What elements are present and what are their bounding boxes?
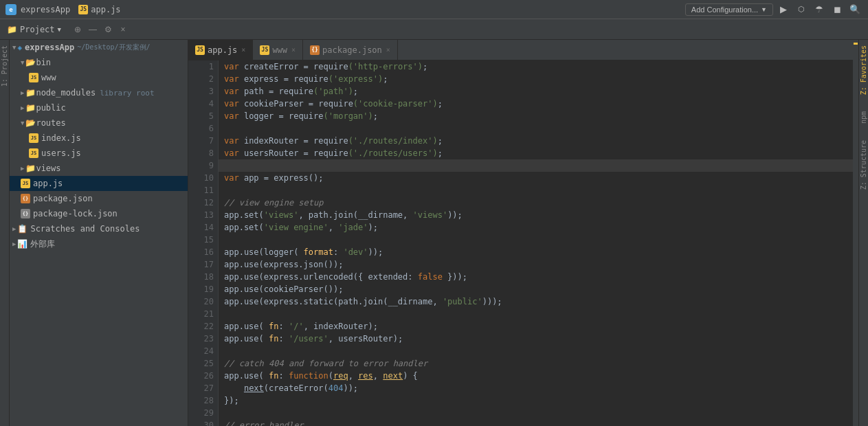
routes-folder-icon: 📂: [25, 118, 36, 128]
root-project-icon: ◈: [17, 43, 22, 52]
scratches-label: Scratches and Consoles: [30, 224, 140, 234]
tab-package-json-close[interactable]: ×: [386, 46, 390, 54]
package-lock-label: package-lock.json: [33, 209, 118, 218]
node-modules-label: node_modules: [36, 88, 96, 98]
ext-lib-chevron-icon: ▶: [12, 240, 16, 247]
sidebar-item-package-json[interactable]: {} package.json: [10, 191, 188, 206]
bin-label: bin: [36, 58, 51, 67]
coverage-button[interactable]: ☂: [812, 2, 827, 17]
tab-app-js-close[interactable]: ×: [241, 46, 245, 54]
routes-chevron-icon: ▼: [21, 120, 24, 126]
sidebar-item-public[interactable]: ▶ 📁 public: [10, 100, 188, 115]
sidebar-item-routes[interactable]: ▼ 📂 routes: [10, 115, 188, 131]
users-js-label: users.js: [41, 148, 81, 158]
title-file-name: app.js: [91, 5, 120, 14]
structure-tab[interactable]: Z: Structure: [858, 135, 868, 195]
sidebar-item-app-js[interactable]: JS app.js: [10, 176, 188, 191]
tab-www-close[interactable]: ×: [291, 46, 296, 54]
title-file-icon: JS: [78, 5, 88, 14]
sidebar-item-views[interactable]: ▶ 📁 views: [10, 161, 188, 176]
tab-package-json-icon: {}: [310, 45, 320, 55]
routes-label: routes: [36, 118, 65, 128]
second-toolbar: 📁 Project ▼ ⊕ — ⚙ ×: [0, 19, 868, 40]
views-chevron-icon: ▶: [21, 165, 24, 172]
file-tab-title: JS app.js: [78, 5, 120, 14]
right-panel-tabs: Z: Favorites npm Z: Structure: [858, 40, 868, 426]
bin-folder-icon: 📂: [25, 58, 36, 67]
main-area: 1: Project ▼ ◈ expressApp ~/Desktop/开发案例…: [0, 40, 868, 426]
tab-www[interactable]: JS www ×: [253, 40, 303, 60]
node-modules-chevron-icon: ▶: [21, 89, 24, 96]
root-path: ~/Desktop/开发案例/: [77, 43, 150, 52]
views-folder-icon: 📁: [25, 164, 36, 173]
root-chevron-icon: ▼: [12, 44, 16, 51]
left-panel-tabs: 1: Project: [0, 40, 10, 426]
sidebar-item-scratches[interactable]: ▶ 📋 Scratches and Consoles: [10, 221, 188, 236]
favorites-tab[interactable]: Z: Favorites: [858, 40, 868, 100]
sidebar-item-node-modules[interactable]: ▶ 📁 node_modules library root: [10, 85, 188, 100]
settings-button[interactable]: ⚙: [101, 23, 115, 36]
editor-area: JS app.js × JS www × {} package.json × 1…: [188, 40, 853, 426]
index-js-label: index.js: [41, 133, 81, 143]
line-numbers: 1234567891011121314151617181920212223242…: [188, 60, 219, 426]
www-file-icon: JS: [29, 73, 38, 82]
sidebar: ▼ ◈ expressApp ~/Desktop/开发案例/ ▼ 📂 bin J…: [10, 40, 188, 426]
code-lines: var createError = require('http-errors')…: [219, 60, 853, 426]
tab-www-icon: JS: [260, 45, 269, 55]
ext-lib-label: 外部库: [30, 238, 55, 250]
search-button[interactable]: 🔍: [847, 2, 863, 17]
package-lock-file-icon: {}: [21, 209, 30, 218]
sidebar-item-external-libs[interactable]: ▶ 📊 外部库: [10, 236, 188, 251]
sidebar-item-bin[interactable]: ▼ 📂 bin: [10, 55, 188, 70]
dropdown-chevron-icon: ▼: [58, 26, 61, 33]
node-modules-badge: library root: [100, 89, 154, 98]
tab-package-json-label: package.json: [322, 45, 382, 55]
node-modules-folder-icon: 📁: [25, 88, 36, 98]
tab-package-json[interactable]: {} package.json ×: [303, 40, 398, 60]
title-bar: e expressApp JS app.js Add Configuration…: [0, 0, 868, 19]
gutter-error-mark: [854, 43, 858, 45]
views-label: views: [36, 164, 60, 173]
sync-files-button[interactable]: ⊕: [71, 23, 85, 36]
sidebar-item-users-js[interactable]: JS users.js: [10, 146, 188, 161]
index-js-file-icon: JS: [29, 133, 38, 143]
package-json-file-icon: {}: [21, 194, 30, 203]
tab-app-js[interactable]: JS app.js ×: [188, 40, 253, 60]
debug-button[interactable]: ⬡: [794, 2, 809, 17]
app-js-file-icon: JS: [21, 179, 30, 188]
project-dropdown[interactable]: 📁 Project ▼: [3, 23, 65, 36]
scratches-icon: 📋: [17, 224, 27, 234]
tab-app-js-label: app.js: [208, 45, 237, 55]
run-button[interactable]: ▶: [776, 2, 791, 17]
users-js-file-icon: JS: [29, 148, 38, 158]
close-sidebar-button[interactable]: ×: [116, 23, 130, 36]
bin-chevron-icon: ▼: [21, 59, 24, 66]
sidebar-item-index-js[interactable]: JS index.js: [10, 131, 188, 146]
app-name: expressApp: [21, 5, 70, 14]
second-toolbar-icons: ⊕ — ⚙ ×: [71, 23, 130, 36]
www-label: www: [41, 73, 56, 82]
public-folder-icon: 📁: [25, 103, 36, 113]
tab-app-js-icon: JS: [195, 45, 205, 55]
right-minimap: [853, 40, 858, 426]
add-configuration-button[interactable]: Add Configuration... ▼: [685, 3, 773, 16]
public-label: public: [36, 103, 65, 113]
tab-www-label: www: [272, 45, 287, 55]
project-tab[interactable]: 1: Project: [0, 40, 10, 92]
folder-icon: 📁: [7, 25, 17, 34]
collapse-all-button[interactable]: —: [86, 23, 100, 36]
scratches-chevron-icon: ▶: [12, 225, 16, 232]
tree-root[interactable]: ▼ ◈ expressApp ~/Desktop/开发案例/: [10, 40, 188, 55]
code-editor[interactable]: 1234567891011121314151617181920212223242…: [188, 60, 853, 426]
sidebar-item-package-lock-json[interactable]: {} package-lock.json: [10, 206, 188, 221]
app-icon: e: [5, 4, 16, 15]
package-json-label: package.json: [33, 194, 93, 203]
npm-tab[interactable]: npm: [858, 106, 868, 129]
public-chevron-icon: ▶: [21, 104, 24, 111]
toolbar-right: Add Configuration... ▼ ▶ ⬡ ☂ ◼ 🔍: [685, 2, 863, 17]
stop-button[interactable]: ◼: [830, 2, 845, 17]
root-label: expressApp: [25, 43, 74, 52]
sidebar-item-www[interactable]: JS www: [10, 70, 188, 85]
ext-lib-icon: 📊: [17, 239, 27, 249]
app-js-label: app.js: [33, 179, 63, 188]
